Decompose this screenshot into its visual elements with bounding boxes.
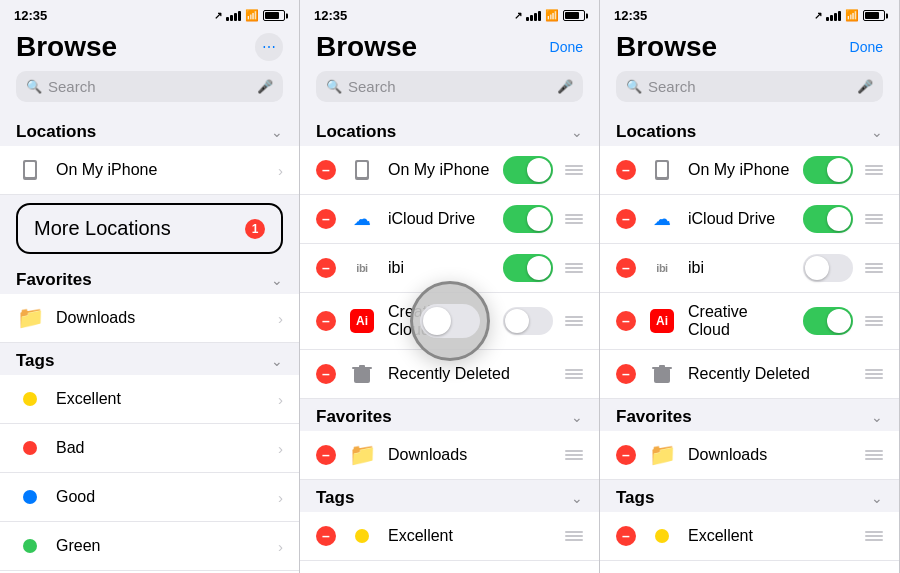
tag-excellent-3[interactable]: – Excellent	[600, 512, 899, 561]
minus-excellent-2[interactable]: –	[316, 526, 336, 546]
more-locations-bubble[interactable]: More Locations 1	[16, 203, 283, 254]
minus-btn-adobe-3[interactable]: –	[616, 311, 636, 331]
minus-btn-iphone-2[interactable]: –	[316, 160, 336, 180]
drag-handle-ibi-2[interactable]	[565, 263, 583, 273]
tags-title-1: Tags	[16, 351, 54, 371]
downloads-item-2[interactable]: – 📁 Downloads	[300, 431, 599, 480]
tag-good-1[interactable]: Good ›	[0, 473, 299, 522]
tags-chevron-1[interactable]: ⌄	[271, 353, 283, 369]
search-input-3[interactable]: Search	[648, 78, 851, 95]
header-2: Browse Done	[300, 27, 599, 71]
screen1: 12:35 ↗ 📶 Browse ⋯ 🔍 Search 🎤 Locations …	[0, 0, 300, 573]
search-input-1[interactable]: Search	[48, 78, 251, 95]
battery-icon-3	[863, 10, 885, 21]
ibi-icon-3: ibi	[648, 254, 676, 282]
minus-btn-icloud-2[interactable]: –	[316, 209, 336, 229]
creative-cloud-item-3[interactable]: – Ai Creative Cloud	[600, 293, 899, 350]
minus-btn-trash-2[interactable]: –	[316, 364, 336, 384]
tags-chevron-3[interactable]: ⌄	[871, 490, 883, 506]
drag-handle-icloud-3[interactable]	[865, 214, 883, 224]
tags-chevron-2[interactable]: ⌄	[571, 490, 583, 506]
minus-excellent-3[interactable]: –	[616, 526, 636, 546]
locations-chevron-3[interactable]: ⌄	[871, 124, 883, 140]
tag-bad-3[interactable]: – Bad	[600, 561, 899, 573]
favorites-section-header-3: Favorites ⌄	[600, 399, 899, 431]
drag-handle-excellent-2[interactable]	[565, 531, 583, 541]
ibi-item-3[interactable]: – ibi ibi	[600, 244, 899, 293]
icloud-label-3: iCloud Drive	[688, 210, 791, 228]
tag-bad-2[interactable]: – Bad	[300, 561, 599, 573]
toggle-ibi-2[interactable]	[503, 254, 553, 282]
drag-handle-adobe-2[interactable]	[565, 316, 583, 326]
downloads-item-1[interactable]: 📁 Downloads ›	[0, 294, 299, 343]
screen2: 12:35 ↗ 📶 Browse Done 🔍 Search 🎤 Locatio…	[300, 0, 600, 573]
minus-btn-downloads-2[interactable]: –	[316, 445, 336, 465]
tag-bad-1[interactable]: Bad ›	[0, 424, 299, 473]
on-my-iphone-item-1[interactable]: On My iPhone ›	[0, 146, 299, 195]
drag-handle-ibi-3[interactable]	[865, 263, 883, 273]
more-options-button-1[interactable]: ⋯	[255, 33, 283, 61]
done-button-2[interactable]: Done	[550, 39, 583, 55]
downloads-label-1: Downloads	[56, 309, 266, 327]
minus-btn-ibi-3[interactable]: –	[616, 258, 636, 278]
toggle-ibi-3[interactable]	[803, 254, 853, 282]
search-input-2[interactable]: Search	[348, 78, 551, 95]
drag-handle-downloads-2[interactable]	[565, 450, 583, 460]
tag-excellent-2[interactable]: – Excellent	[300, 512, 599, 561]
toggle-adobe-2[interactable]	[503, 307, 553, 335]
on-my-iphone-item-2[interactable]: – On My iPhone	[300, 146, 599, 195]
minus-btn-iphone-3[interactable]: –	[616, 160, 636, 180]
drag-handle-downloads-3[interactable]	[865, 450, 883, 460]
toggle-iphone-3[interactable]	[803, 156, 853, 184]
on-my-iphone-item-3[interactable]: – On My iPhone	[600, 146, 899, 195]
favorites-chevron-2[interactable]: ⌄	[571, 409, 583, 425]
svg-rect-3	[357, 162, 367, 177]
favorites-chevron-1[interactable]: ⌄	[271, 272, 283, 288]
drag-handle-trash-2[interactable]	[565, 369, 583, 379]
tag-green-1[interactable]: Green ›	[0, 522, 299, 571]
tag-dot-excellent-1	[16, 385, 44, 413]
trash-icon-3	[648, 360, 676, 388]
location-icon-1: ↗	[214, 10, 222, 21]
icloud-item-3[interactable]: – ☁ iCloud Drive	[600, 195, 899, 244]
recently-deleted-item-3[interactable]: – Recently Deleted	[600, 350, 899, 399]
toggle-icloud-2[interactable]	[503, 205, 553, 233]
creative-cloud-item-2[interactable]: – Ai Creative Cloud	[300, 293, 599, 350]
drag-handle-adobe-3[interactable]	[865, 316, 883, 326]
toggle-icloud-3[interactable]	[803, 205, 853, 233]
drag-handle-icloud-2[interactable]	[565, 214, 583, 224]
tags-title-3: Tags	[616, 488, 654, 508]
locations-chevron-2[interactable]: ⌄	[571, 124, 583, 140]
mic-icon-3: 🎤	[857, 79, 873, 94]
drag-handle-trash-3[interactable]	[865, 369, 883, 379]
toggle-adobe-3[interactable]	[803, 307, 853, 335]
tags-title-2: Tags	[316, 488, 354, 508]
locations-title-2: Locations	[316, 122, 396, 142]
tag-dot-excellent-2	[348, 522, 376, 550]
minus-btn-icloud-3[interactable]: –	[616, 209, 636, 229]
svg-rect-1	[25, 162, 35, 177]
done-button-3[interactable]: Done	[850, 39, 883, 55]
more-locations-text: More Locations	[34, 217, 171, 240]
drag-handle-iphone-3[interactable]	[865, 165, 883, 175]
search-bar-2[interactable]: 🔍 Search 🎤	[316, 71, 583, 102]
minus-btn-trash-3[interactable]: –	[616, 364, 636, 384]
favorites-chevron-3[interactable]: ⌄	[871, 409, 883, 425]
search-bar-3[interactable]: 🔍 Search 🎤	[616, 71, 883, 102]
minus-btn-downloads-3[interactable]: –	[616, 445, 636, 465]
tag-excellent-1[interactable]: Excellent ›	[0, 375, 299, 424]
more-locations-badge: 1	[245, 219, 265, 239]
downloads-item-3[interactable]: – 📁 Downloads	[600, 431, 899, 480]
locations-chevron-1[interactable]: ⌄	[271, 124, 283, 140]
drag-handle-iphone-2[interactable]	[565, 165, 583, 175]
big-toggle-overlay-2[interactable]	[410, 281, 490, 361]
icloud-item-2[interactable]: – ☁ iCloud Drive	[300, 195, 599, 244]
minus-btn-ibi-2[interactable]: –	[316, 258, 336, 278]
folder-icon-2: 📁	[348, 441, 376, 469]
page-title-3: Browse	[616, 31, 717, 63]
search-bar-1[interactable]: 🔍 Search 🎤	[16, 71, 283, 102]
minus-btn-adobe-2[interactable]: –	[316, 311, 336, 331]
drag-handle-excellent-3[interactable]	[865, 531, 883, 541]
toggle-iphone-2[interactable]	[503, 156, 553, 184]
locations-section-header-3: Locations ⌄	[600, 114, 899, 146]
